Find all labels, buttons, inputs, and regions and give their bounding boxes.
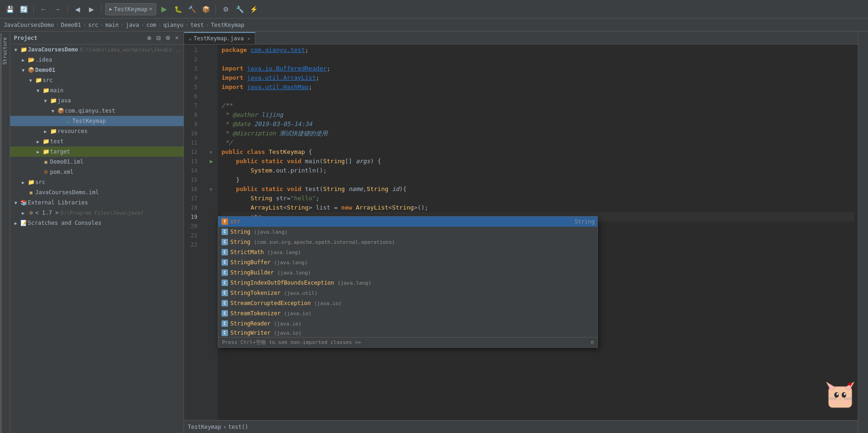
ac-class-icon: C bbox=[221, 248, 228, 256]
structure-tool[interactable]: Structure bbox=[1, 33, 9, 69]
test-folder-icon: 📁 bbox=[42, 138, 50, 145]
expand-arrow[interactable]: ▶ bbox=[19, 210, 27, 216]
tree-item-test[interactable]: ▶ 📁 test bbox=[10, 136, 184, 146]
expand-arrow[interactable]: ▶ bbox=[42, 129, 49, 134]
bc-src[interactable]: src bbox=[88, 22, 98, 28]
cat-decoration: ♥ bbox=[822, 377, 859, 414]
build-button[interactable]: 🔨 bbox=[186, 3, 198, 15]
expand-arrow[interactable]: ▶ bbox=[12, 221, 19, 226]
expand-arrow[interactable]: ▼ bbox=[12, 47, 19, 52]
ac-item-str[interactable]: f str String bbox=[218, 216, 597, 227]
gutter: ▼ ▶ ▼ bbox=[205, 45, 218, 420]
expand-arrow[interactable]: ▶ bbox=[19, 57, 27, 63]
expand-arrow[interactable]: ▼ bbox=[19, 68, 27, 73]
fold-16[interactable]: ▼ bbox=[209, 187, 212, 192]
ac-name: StringWriter (java.io) bbox=[230, 330, 595, 336]
bc-test[interactable]: test bbox=[190, 22, 204, 28]
close-panel-button[interactable]: × bbox=[174, 34, 180, 42]
bc-javacourses[interactable]: JavaCoursesDemo bbox=[4, 22, 54, 28]
tree-item-java7[interactable]: ▶ ⚙ < 1.7 > D:\Program Files\Java\java7 bbox=[10, 208, 184, 218]
tree-label: JavaCoursesDemo bbox=[28, 46, 78, 53]
ac-item-stringwriter[interactable]: C StringWriter (java.io) bbox=[218, 329, 597, 337]
gutter-11 bbox=[205, 138, 218, 147]
settings-button[interactable]: ⚙ bbox=[164, 34, 172, 42]
ac-item-stringioobe[interactable]: C StringIndexOutOfBoundsException (java.… bbox=[218, 278, 597, 288]
ac-item-stringreader[interactable]: C StringReader (java.io) bbox=[218, 318, 597, 329]
line-num-14: 14 bbox=[184, 166, 201, 175]
line-num-3: 3 bbox=[184, 64, 201, 73]
tree-item-testkeymap[interactable]: ▶ ☕ TestKeymap bbox=[10, 116, 184, 126]
bc-demo01[interactable]: Demo01 bbox=[61, 22, 81, 28]
collapse-all-button[interactable]: ⊟ bbox=[155, 34, 162, 42]
tab-testkeymap[interactable]: ☕ TestKeymap.java × bbox=[184, 32, 255, 44]
tree-item-pom[interactable]: ▶ m pom.xml bbox=[10, 167, 184, 177]
tree-item-idea[interactable]: ▶ 📂 .idea bbox=[10, 55, 184, 65]
run-all-button[interactable]: ⚡ bbox=[247, 3, 260, 15]
expand-arrow[interactable]: ▼ bbox=[27, 78, 34, 83]
undo-button[interactable]: ← bbox=[38, 3, 50, 15]
run-13[interactable]: ▶ bbox=[209, 158, 213, 165]
ac-item-strictmath[interactable]: C StrictMath (java.lang) bbox=[218, 247, 597, 257]
tree-item-demo01iml[interactable]: ▶ ■ Demo01.iml bbox=[10, 157, 184, 167]
ac-name: str bbox=[230, 218, 573, 225]
bc-qianyu[interactable]: qianyu bbox=[163, 22, 183, 28]
ac-class-icon: C bbox=[221, 320, 228, 327]
ac-item-string2[interactable]: C String (com.sun.org.apache.xpath.inter… bbox=[218, 237, 597, 247]
tree-item-ext-lib[interactable]: ▼ 📚 External Libraries bbox=[10, 197, 184, 208]
tab-close-button[interactable]: × bbox=[247, 36, 250, 41]
ac-item-stringbuilder[interactable]: C StringBuilder (java.lang) bbox=[218, 267, 597, 278]
run-config-label: TestKeymap bbox=[114, 6, 147, 13]
gutter-12: ▼ bbox=[205, 147, 218, 157]
ac-name: String (com.sun.org.apache.xpath.interna… bbox=[230, 239, 595, 245]
tree-item-javacourses[interactable]: ▼ 📁 JavaCoursesDemo E:\Codes\idea_workpl… bbox=[10, 45, 184, 55]
expand-arrow[interactable]: ▼ bbox=[49, 108, 57, 114]
gutter-10 bbox=[205, 129, 218, 138]
xml-icon: m bbox=[42, 169, 50, 175]
tree-item-scratches[interactable]: ▶ 📝 Scratches and Consoles bbox=[10, 218, 184, 228]
forward-button[interactable]: ▶ bbox=[85, 3, 97, 15]
debug-button[interactable]: 🐛 bbox=[172, 3, 184, 15]
back-button[interactable]: ◀ bbox=[71, 3, 83, 15]
expand-arrow[interactable]: ▶ bbox=[34, 139, 42, 144]
bc-com[interactable]: com bbox=[146, 22, 156, 28]
tree-item-src2[interactable]: ▶ 📁 src bbox=[10, 177, 184, 187]
external-tools-button[interactable]: 🔧 bbox=[234, 3, 246, 15]
tree-item-src[interactable]: ▼ 📁 src bbox=[10, 75, 184, 85]
fold-12[interactable]: ▼ bbox=[209, 150, 212, 155]
expand-arrow[interactable]: ▼ bbox=[34, 88, 42, 93]
ac-field-icon: f bbox=[221, 218, 228, 225]
bc-testkeymap[interactable]: TestKeymap bbox=[211, 22, 244, 28]
tree-item-package[interactable]: ▼ 📦 com.qianyu.test bbox=[10, 106, 184, 116]
expand-arrow[interactable]: ▶ bbox=[19, 180, 27, 185]
ac-item-string1[interactable]: C String (java.lang) bbox=[218, 227, 597, 237]
bc-main[interactable]: main bbox=[105, 22, 119, 28]
synchronize-button[interactable]: 🔄 bbox=[18, 3, 30, 15]
settings-button[interactable]: ⚙ bbox=[220, 3, 232, 15]
ac-item-stringbuffer[interactable]: C StringBuffer (java.lang) bbox=[218, 257, 597, 267]
expand-arrow[interactable]: ▼ bbox=[12, 200, 19, 205]
code-line-13: public static void main(String[] args) { bbox=[222, 157, 854, 166]
bc-java[interactable]: java bbox=[126, 22, 139, 28]
tree-item-jcdemo[interactable]: ▶ ■ JavaCoursesDemo.iml bbox=[10, 187, 184, 197]
tree-item-target[interactable]: ▶ 📁 target bbox=[10, 146, 184, 157]
ac-item-streamtokenizer[interactable]: C StreamTokenizer (java.io) bbox=[218, 308, 597, 318]
run-button[interactable]: ▶ bbox=[158, 3, 170, 15]
ac-class-icon: C bbox=[221, 259, 228, 266]
add-content-button[interactable]: ⊕ bbox=[146, 34, 153, 42]
tree-item-java[interactable]: ▼ 📁 java bbox=[10, 96, 184, 106]
build2-button[interactable]: 📦 bbox=[200, 3, 212, 15]
redo-button[interactable]: → bbox=[51, 3, 63, 15]
ac-item-streamcorrupted[interactable]: C StreamCorruptedException (java.io) bbox=[218, 298, 597, 308]
ac-item-stringtokenizer[interactable]: C StringTokenizer (java.util) bbox=[218, 288, 597, 298]
line-num-16: 16 bbox=[184, 185, 201, 194]
expand-arrow[interactable]: ▶ bbox=[34, 149, 42, 154]
tree-label: resources bbox=[57, 128, 88, 134]
line-num-8: 8 bbox=[184, 110, 201, 120]
expand-arrow[interactable]: ▼ bbox=[42, 98, 49, 103]
run-config-selector[interactable]: ▶ TestKeymap ▼ bbox=[105, 3, 156, 15]
autocomplete-dropdown: f str String C String (java.lang) C Stri… bbox=[218, 216, 598, 348]
tree-item-resources[interactable]: ▶ 📁 resources bbox=[10, 126, 184, 136]
save-all-button[interactable]: 💾 bbox=[4, 3, 16, 15]
tree-item-main[interactable]: ▼ 📁 main bbox=[10, 85, 184, 96]
tree-item-demo01[interactable]: ▼ 📦 Demo01 bbox=[10, 65, 184, 75]
